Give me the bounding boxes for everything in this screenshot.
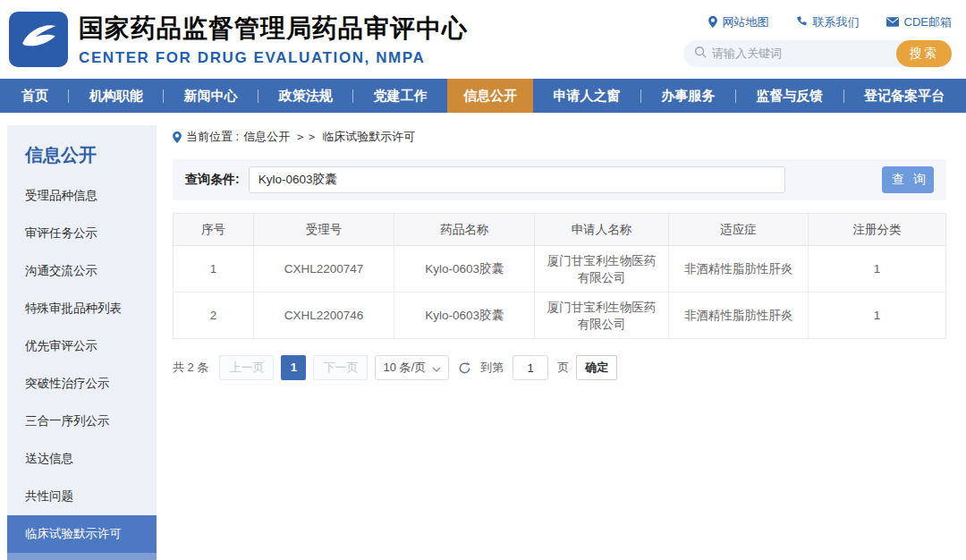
nav-item-party[interactable]: 党建工作 [365,79,436,113]
nav-item-news[interactable]: 新闻中心 [175,79,247,113]
query-input[interactable] [249,166,785,193]
search-icon [694,46,707,62]
nav-item-services[interactable]: 办事服务 [652,79,724,113]
col-header-drug-name: 药品名称 [394,214,535,246]
page-size-value: 10 条/页 [383,360,426,376]
chevron-down-icon [432,361,441,375]
location-icon [708,16,717,28]
search-bar: 搜索 [683,40,952,67]
site-subtitle: CENTER FOR DRUG EVALUATION, NMPA [79,49,468,67]
table-cell-indication: 非酒精性脂肪性肝炎 [668,293,808,339]
col-header-acceptance-number: 受理号 [253,214,394,246]
content: 信息公开 受理品种信息 审评任务公示 沟通交流公示 特殊审批品种列表 优先审评公… [0,113,966,560]
contact-link[interactable]: 联系我们 [796,14,860,30]
table-row: 2 CXHL2200746 Kylo-0603胶囊 厦门甘宝利生物医药有限公司 … [174,293,946,339]
search-button[interactable]: 搜索 [896,40,952,67]
sidebar-item-delivery-info[interactable]: 送达信息 [7,440,157,478]
sidebar-item-three-in-one[interactable]: 三合一序列公示 [7,403,157,440]
breadcrumb-separator: ＞＞ [294,129,318,145]
location-pin-icon [173,132,182,143]
site-title: 国家药品监督管理局药品审评中心 [79,12,468,46]
col-header-registration-class: 注册分类 [809,214,946,246]
query-label: 查询条件: [185,172,240,188]
goto-label: 到第 [480,360,504,376]
cde-page: 国家药品监督管理局药品审评中心 CENTER FOR DRUG EVALUATI… [0,0,966,560]
table-cell-drug-name: Kylo-0603胶囊 [394,293,535,339]
results-table: 序号 受理号 药品名称 申请人名称 适应症 注册分类 1 CXHL2200747… [173,213,946,339]
sidebar-item-common-issues[interactable]: 共性问题 [7,478,157,515]
table-cell-registration-class: 1 [809,293,946,339]
header-right: 网站地图 联系我们 CDE邮箱 [683,13,952,67]
nav-divider [68,89,69,103]
nav-item-home[interactable]: 首页 [13,79,57,113]
nav-item-policy[interactable]: 政策法规 [270,79,342,113]
sidebar-item-review-tasks[interactable]: 审评任务公示 [7,215,157,252]
sidebar-item-accepted-varieties[interactable]: 受理品种信息 [7,177,157,215]
sitemap-link[interactable]: 网站地图 [708,14,769,30]
sidebar-item-special-approval[interactable]: 特殊审批品种列表 [7,290,157,327]
nav-item-registration-platform[interactable]: 登记备案平台 [855,79,953,113]
quick-links: 网站地图 联系我们 CDE邮箱 [708,14,952,30]
next-page-button[interactable]: 下一页 [313,355,368,380]
sidebar-bottom-strip [7,553,157,560]
pagination-total: 共 2 条 [173,360,208,376]
prev-page-button[interactable]: 上一页 [219,355,274,380]
nav-item-applicant-window[interactable]: 申请人之窗 [544,79,629,113]
table-cell-drug-name: Kylo-0603胶囊 [394,246,535,293]
sidebar: 信息公开 受理品种信息 审评任务公示 沟通交流公示 特殊审批品种列表 优先审评公… [7,125,157,560]
mail-icon [886,17,899,27]
sidebar-title: 信息公开 [7,125,157,177]
table-cell-seq: 1 [174,246,254,293]
table-row: 1 CXHL2200747 Kylo-0603胶囊 厦门甘宝利生物医药有限公司 … [174,246,946,293]
goto-confirm-button[interactable]: 确定 [576,355,617,380]
cde-logo-swoosh-icon [15,14,62,64]
nav-divider [258,89,258,103]
nav-item-supervision-feedback[interactable]: 监督与反馈 [747,79,832,113]
refresh-icon[interactable] [458,361,471,375]
mailbox-link[interactable]: CDE邮箱 [886,14,952,30]
main-panel: 当前位置 : 信息公开 ＞＞ 临床试验默示许可 查询条件: 查 询 序号 [157,113,966,560]
sidebar-item-communication[interactable]: 沟通交流公示 [7,252,157,290]
breadcrumb: 当前位置 : 信息公开 ＞＞ 临床试验默示许可 [173,129,946,145]
goto-page-input[interactable] [513,355,548,380]
page-number-button[interactable]: 1 [281,355,306,380]
table-cell-acceptance-number: CXHL2200746 [253,293,394,339]
col-header-indication: 适应症 [668,214,808,246]
col-header-applicant: 申请人名称 [535,214,668,246]
table-cell-indication: 非酒精性脂肪性肝炎 [668,246,808,293]
contact-link-label: 联系我们 [813,14,860,30]
query-button[interactable]: 查 询 [882,166,934,193]
site-header: 国家药品监督管理局药品审评中心 CENTER FOR DRUG EVALUATI… [0,0,966,79]
table-cell-seq: 2 [174,293,254,339]
nav-item-information-disclosure[interactable]: 信息公开 [447,79,533,113]
nav-divider [352,89,353,103]
breadcrumb-section-link[interactable]: 信息公开 [243,129,290,145]
nav-item-organization[interactable]: 机构职能 [80,79,152,113]
table-cell-applicant: 厦门甘宝利生物医药有限公司 [535,293,668,339]
mailbox-link-label: CDE邮箱 [904,14,952,30]
sitemap-link-label: 网站地图 [723,14,769,30]
col-header-seq: 序号 [174,214,254,246]
cde-logo[interactable] [9,12,68,67]
table-cell-acceptance-number: CXHL2200747 [253,246,394,293]
table-cell-applicant: 厦门甘宝利生物医药有限公司 [535,246,668,293]
page-size-select[interactable]: 10 条/页 [375,355,449,380]
pagination: 共 2 条 上一页 1 下一页 10 条/页 到第 页 确定 [173,355,946,380]
sidebar-item-breakthrough-therapy[interactable]: 突破性治疗公示 [7,365,157,403]
sidebar-item-priority-review[interactable]: 优先审评公示 [7,327,157,365]
nav-divider [843,89,844,103]
goto-unit: 页 [557,360,569,376]
nav-divider [735,89,736,103]
sidebar-item-clinical-trial-implied-license[interactable]: 临床试验默示许可 [7,515,157,553]
table-cell-registration-class: 1 [809,246,946,293]
nav-divider [163,89,164,103]
phone-icon [796,16,808,28]
breadcrumb-prefix: 当前位置 : [186,129,239,145]
nav-divider [640,89,641,103]
table-header-row: 序号 受理号 药品名称 申请人名称 适应症 注册分类 [174,214,946,246]
main-nav: 首页 机构职能 新闻中心 政策法规 党建工作 信息公开 申请人之窗 办事服务 监… [0,79,966,113]
title-block: 国家药品监督管理局药品审评中心 CENTER FOR DRUG EVALUATI… [79,12,468,67]
query-box: 查询条件: 查 询 [173,159,946,200]
breadcrumb-current: 临床试验默示许可 [322,129,415,145]
